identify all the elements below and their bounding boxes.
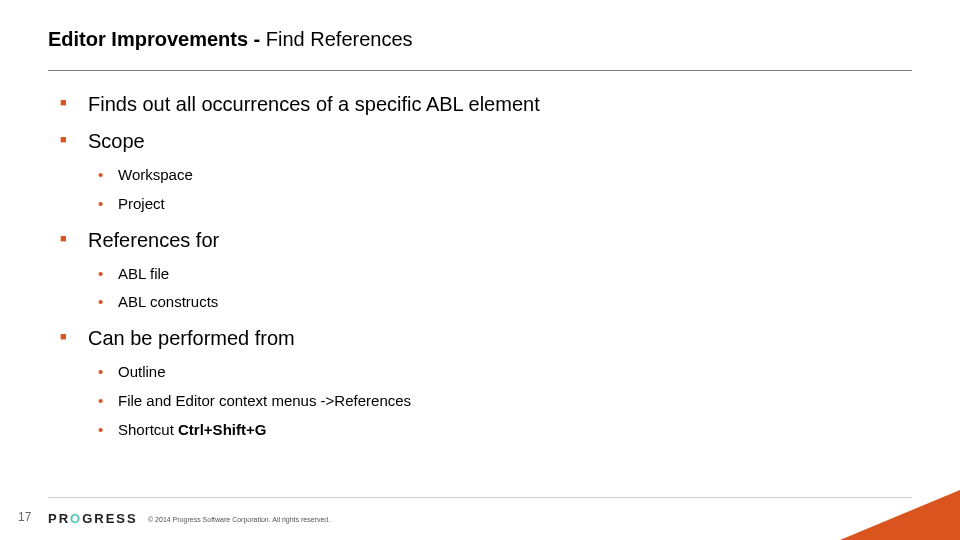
bullet-scope: Scope [60,129,880,154]
page-number: 17 [18,510,31,524]
scope-project: Project [94,195,880,214]
content-area: Finds out all occurrences of a specific … [60,92,880,453]
slide: Editor Improvements - Find References Fi… [0,0,960,540]
scope-sublist: Workspace Project [94,166,880,214]
scope-workspace: Workspace [94,166,880,185]
title-bold: Editor Improvements - [48,28,266,50]
footer-divider [48,497,912,498]
title-rest: Find References [266,28,413,50]
reffor-ablconstructs: ABL constructs [94,293,880,312]
progress-logo: PROGRESS [48,511,138,526]
reffor-sublist: ABL file ABL constructs [94,265,880,313]
reffor-ablfile: ABL file [94,265,880,284]
title-underline [48,70,912,71]
bullet-finds: Finds out all occurrences of a specific … [60,92,880,117]
logo-part1: PR [48,511,70,526]
performed-contextmenus: File and Editor context menus ->Referenc… [94,392,880,411]
bullet-references-for: References for [60,228,880,253]
logo-part2: O [70,511,82,526]
performed-outline: Outline [94,363,880,382]
performed-shortcut: Shortcut Ctrl+Shift+G [94,421,880,440]
shortcut-prefix: Shortcut [118,421,178,438]
slide-title: Editor Improvements - Find References [48,28,413,51]
copyright-text: © 2014 Progress Software Corporation. Al… [148,516,330,523]
corner-wedge-icon [840,490,960,540]
bullet-performed-from: Can be performed from [60,326,880,351]
performed-sublist: Outline File and Editor context menus ->… [94,363,880,439]
logo-part3: GRESS [82,511,138,526]
shortcut-keys: Ctrl+Shift+G [178,421,266,438]
